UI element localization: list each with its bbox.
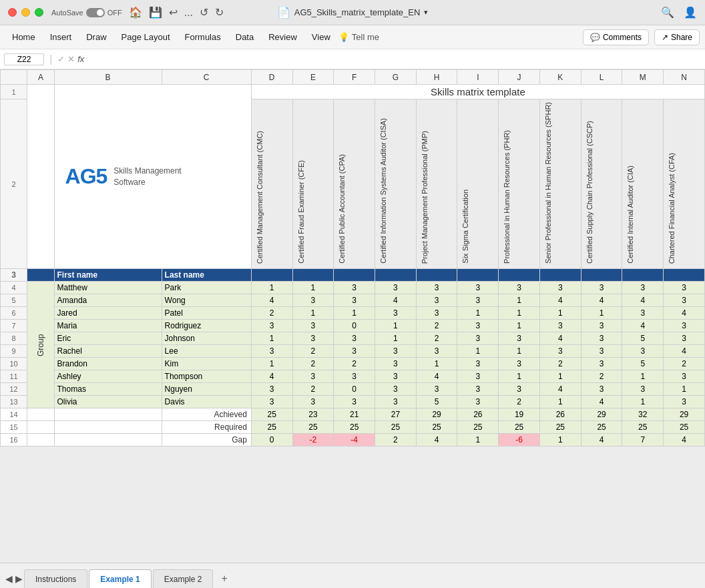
cell-11-3[interactable]: 3 bbox=[375, 370, 417, 383]
achieved-val-3[interactable]: 27 bbox=[375, 408, 417, 421]
cell-7-9[interactable]: 4 bbox=[622, 320, 664, 332]
cell-12-2[interactable]: 0 bbox=[334, 383, 375, 396]
achieved-val-0[interactable]: 25 bbox=[251, 408, 292, 421]
cell-4-3[interactable]: 3 bbox=[375, 282, 417, 294]
first-name-8[interactable]: Eric bbox=[54, 332, 162, 345]
achieved-val-2[interactable]: 21 bbox=[334, 408, 375, 421]
achieved-val-9[interactable]: 32 bbox=[622, 408, 664, 421]
cell-6-4[interactable]: 3 bbox=[416, 307, 457, 320]
col-header-l[interactable]: L bbox=[581, 70, 622, 85]
cell-10-5[interactable]: 3 bbox=[457, 358, 499, 370]
required-val-6[interactable]: 25 bbox=[499, 421, 540, 434]
first-name-11[interactable]: Ashley bbox=[54, 370, 162, 383]
required-val-9[interactable]: 25 bbox=[622, 421, 664, 434]
cell-4-10[interactable]: 3 bbox=[664, 282, 705, 294]
cell-13-2[interactable]: 3 bbox=[334, 396, 375, 408]
first-name-6[interactable]: Jared bbox=[54, 307, 162, 320]
cell-12-10[interactable]: 1 bbox=[664, 383, 705, 396]
gap-val-4[interactable]: 4 bbox=[416, 434, 457, 447]
cell-13-4[interactable]: 5 bbox=[416, 396, 457, 408]
cell-7-8[interactable]: 3 bbox=[581, 320, 622, 332]
cell-10-10[interactable]: 2 bbox=[664, 358, 705, 370]
cell-8-10[interactable]: 3 bbox=[664, 332, 705, 345]
cell-6-5[interactable]: 1 bbox=[457, 307, 499, 320]
cancel-formula-icon[interactable]: ✕ bbox=[67, 54, 75, 64]
cell-6-3[interactable]: 3 bbox=[375, 307, 417, 320]
col-header-j[interactable]: J bbox=[499, 70, 540, 85]
col-header-g[interactable]: G bbox=[375, 70, 417, 85]
cell-10-7[interactable]: 2 bbox=[539, 358, 581, 370]
more-options-icon[interactable]: ... bbox=[184, 7, 193, 19]
tell-me[interactable]: 💡 Tell me bbox=[338, 32, 379, 42]
cell-9-2[interactable]: 3 bbox=[334, 345, 375, 358]
cell-5-2[interactable]: 3 bbox=[334, 294, 375, 307]
cell-8-8[interactable]: 3 bbox=[581, 332, 622, 345]
cell-12-1[interactable]: 2 bbox=[292, 383, 334, 396]
achieved-val-5[interactable]: 26 bbox=[457, 408, 499, 421]
cell-10-3[interactable]: 3 bbox=[375, 358, 417, 370]
last-name-9[interactable]: Lee bbox=[162, 345, 251, 358]
first-name-10[interactable]: Brandon bbox=[54, 358, 162, 370]
cell-11-7[interactable]: 1 bbox=[539, 370, 581, 383]
cell-8-0[interactable]: 1 bbox=[251, 332, 292, 345]
last-name-7[interactable]: Rodriguez bbox=[162, 320, 251, 332]
cell-9-4[interactable]: 3 bbox=[416, 345, 457, 358]
required-val-3[interactable]: 25 bbox=[375, 421, 417, 434]
cell-5-4[interactable]: 3 bbox=[416, 294, 457, 307]
achieved-val-1[interactable]: 23 bbox=[292, 408, 334, 421]
cell-12-0[interactable]: 3 bbox=[251, 383, 292, 396]
cell-5-8[interactable]: 4 bbox=[581, 294, 622, 307]
cell-5-10[interactable]: 3 bbox=[664, 294, 705, 307]
required-val-0[interactable]: 25 bbox=[251, 421, 292, 434]
last-name-6[interactable]: Patel bbox=[162, 307, 251, 320]
cell-12-7[interactable]: 4 bbox=[539, 383, 581, 396]
cell-6-1[interactable]: 1 bbox=[292, 307, 334, 320]
required-val-1[interactable]: 25 bbox=[292, 421, 334, 434]
tab-example-1[interactable]: Example 1 bbox=[89, 569, 151, 588]
col-header-n[interactable]: N bbox=[664, 70, 705, 85]
cell-8-2[interactable]: 3 bbox=[334, 332, 375, 345]
achieved-val-10[interactable]: 29 bbox=[664, 408, 705, 421]
last-name-12[interactable]: Nguyen bbox=[162, 383, 251, 396]
cell-8-1[interactable]: 3 bbox=[292, 332, 334, 345]
cell-13-6[interactable]: 2 bbox=[499, 396, 540, 408]
achieved-val-7[interactable]: 26 bbox=[539, 408, 581, 421]
cell-5-0[interactable]: 4 bbox=[251, 294, 292, 307]
cell-4-4[interactable]: 3 bbox=[416, 282, 457, 294]
first-name-5[interactable]: Amanda bbox=[54, 294, 162, 307]
cell-6-0[interactable]: 2 bbox=[251, 307, 292, 320]
menu-view[interactable]: View bbox=[305, 29, 337, 45]
cell-5-1[interactable]: 3 bbox=[292, 294, 334, 307]
last-name-8[interactable]: Johnson bbox=[162, 332, 251, 345]
menu-review[interactable]: Review bbox=[262, 29, 304, 45]
cell-7-10[interactable]: 3 bbox=[664, 320, 705, 332]
autosave-toggle[interactable] bbox=[86, 8, 105, 17]
cell-11-0[interactable]: 4 bbox=[251, 370, 292, 383]
col-header-e[interactable]: E bbox=[292, 70, 334, 85]
search-icon[interactable]: 🔍 bbox=[661, 6, 674, 19]
last-name-4[interactable]: Park bbox=[162, 282, 251, 294]
col-header-a[interactable]: A bbox=[27, 70, 54, 85]
cell-7-0[interactable]: 3 bbox=[251, 320, 292, 332]
close-button[interactable] bbox=[8, 8, 17, 17]
tab-prev-button[interactable]: ◀ bbox=[5, 573, 13, 584]
first-name-13[interactable]: Olivia bbox=[54, 396, 162, 408]
gap-val-5[interactable]: 1 bbox=[457, 434, 499, 447]
menu-data[interactable]: Data bbox=[229, 29, 260, 45]
cell-4-0[interactable]: 1 bbox=[251, 282, 292, 294]
cell-10-1[interactable]: 2 bbox=[292, 358, 334, 370]
cell-11-5[interactable]: 3 bbox=[457, 370, 499, 383]
cell-9-7[interactable]: 3 bbox=[539, 345, 581, 358]
tab-instructions[interactable]: Instructions bbox=[24, 569, 87, 588]
col-header-c[interactable]: C bbox=[162, 70, 251, 85]
col-header-d[interactable]: D bbox=[251, 70, 292, 85]
achieved-val-6[interactable]: 19 bbox=[499, 408, 540, 421]
gap-val-6[interactable]: -6 bbox=[499, 434, 540, 447]
cell-7-4[interactable]: 2 bbox=[416, 320, 457, 332]
menu-draw[interactable]: Draw bbox=[79, 29, 113, 45]
required-val-7[interactable]: 25 bbox=[539, 421, 581, 434]
cell-11-10[interactable]: 3 bbox=[664, 370, 705, 383]
cell-9-0[interactable]: 3 bbox=[251, 345, 292, 358]
cell-7-7[interactable]: 3 bbox=[539, 320, 581, 332]
cell-11-2[interactable]: 3 bbox=[334, 370, 375, 383]
